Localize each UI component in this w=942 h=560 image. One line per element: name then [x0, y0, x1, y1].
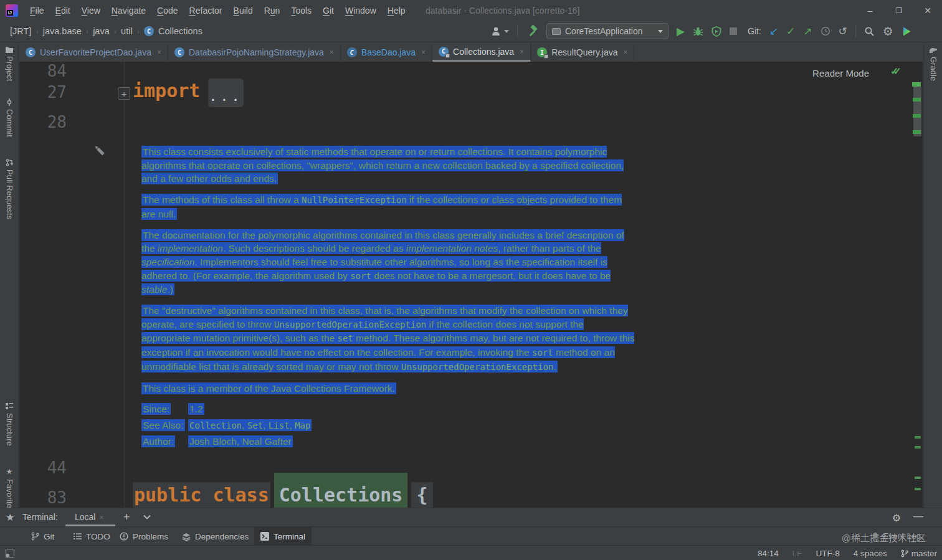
menu-bar-items: FileEditViewNavigateCodeRefactorBuildRun… [24, 6, 411, 16]
tab-collections-java[interactable]: CCollections.java× [432, 43, 531, 62]
chevron-down-icon [658, 30, 663, 33]
build-hammer-icon[interactable] [526, 25, 538, 37]
settings-gear-icon[interactable]: ⚙ [883, 26, 893, 37]
run-config-icon [552, 28, 561, 35]
sidebar-item-gradle[interactable]: Gradle [924, 47, 942, 81]
git-commit-check-icon[interactable]: ✓ [786, 26, 795, 37]
git-history-clock-icon[interactable] [821, 26, 830, 36]
tool-button-terminal[interactable]: Terminal [254, 527, 312, 546]
close-icon[interactable]: × [421, 48, 426, 57]
toolbox-icon[interactable] [902, 26, 912, 37]
menu-navigate[interactable]: Navigate [106, 6, 151, 16]
intellij-logo-icon: IJ [6, 4, 18, 17]
sidebar-item-structure[interactable]: Structure [0, 402, 19, 446]
terminal-settings-gear-icon[interactable]: ⚙ [892, 512, 901, 524]
run-button[interactable]: ▶ [677, 26, 685, 37]
class-icon: C [174, 47, 184, 57]
terminal-dropdown-chevron-icon[interactable] [143, 515, 151, 520]
close-icon[interactable]: × [157, 48, 161, 57]
close-icon[interactable]: × [520, 47, 524, 56]
inspections-ok-icon[interactable]: ✓✓ [890, 65, 909, 77]
tool-button-todo[interactable]: TODO [67, 527, 117, 546]
breadcrumb-item[interactable]: java.base [43, 26, 82, 36]
breadcrumb-item[interactable]: java [93, 26, 110, 36]
doc-field-label: Author: [141, 435, 175, 447]
fold-expand-icon[interactable]: + [118, 87, 130, 100]
tab-label: BaseDao.java [361, 47, 416, 57]
breadcrumb-item[interactable]: [JRT] [10, 26, 31, 36]
class-icon: C [26, 47, 36, 57]
sidebar-item-favorites[interactable]: ★ Favorites [0, 467, 19, 512]
menu-help[interactable]: Help [382, 6, 411, 16]
editor-tab-bar: CUserFavoriteProjectDao.java×CDatabasirP… [19, 43, 923, 62]
run-config-name: CoreTestApplication [565, 26, 643, 36]
breadcrumb-item[interactable]: Collections [158, 26, 202, 36]
caret-position[interactable]: 84:14 [758, 549, 779, 558]
todo-list-icon [74, 533, 82, 540]
menu-build[interactable]: Build [228, 6, 259, 16]
tab-databasirpojonamingstrategy-java[interactable]: CDatabasirPojoNamingStrategy.java× [168, 43, 341, 62]
scrollbar-marker [915, 488, 921, 490]
sidebar-item-pull-requests[interactable]: Pull Requests [0, 159, 19, 219]
tool-button-problems[interactable]: Problems [113, 527, 174, 546]
interface-icon: I [537, 47, 547, 57]
tool-window-switcher-icon[interactable] [6, 549, 14, 558]
favorites-star-icon[interactable]: ★ [6, 511, 14, 523]
reader-mode-label[interactable]: Reader Mode [812, 68, 869, 78]
menu-edit[interactable]: Edit [50, 6, 76, 16]
terminal-tab-local[interactable]: Local× [75, 512, 103, 522]
run-configuration-select[interactable]: CoreTestApplication [546, 23, 668, 39]
close-icon[interactable]: × [99, 513, 103, 522]
rollback-icon[interactable]: ↺ [839, 26, 847, 37]
problems-icon [120, 532, 128, 541]
tool-button-git[interactable]: Git [25, 527, 60, 546]
breadcrumb-separator: › [36, 27, 38, 36]
window-controls: – ❐ ✕ [856, 0, 942, 21]
menu-git[interactable]: Git [317, 6, 340, 16]
line-number: 44 [19, 458, 67, 477]
terminal-minimize-icon[interactable]: — [913, 511, 923, 522]
breadcrumb-separator: › [114, 27, 117, 36]
minimize-button[interactable]: – [856, 0, 885, 21]
left-tool-stripe: Project Commit Pull Requests Structure ★… [0, 42, 19, 526]
menu-tools[interactable]: Tools [285, 6, 317, 16]
doc-field-value: 1.2 [188, 402, 204, 416]
editor-pane[interactable]: 27 28 44 83 84 + import ... This class c… [19, 62, 923, 508]
folded-imports-placeholder[interactable]: ... [208, 78, 244, 107]
tool-button-dependencies[interactable]: Dependencies [176, 527, 255, 546]
toolbar-divider [855, 25, 856, 37]
new-terminal-tab-button[interactable]: + [123, 511, 130, 524]
menu-file[interactable]: File [24, 6, 50, 16]
doc-field-since: Since:1.2 [141, 402, 635, 419]
scrollbar-marker [912, 82, 921, 87]
line-separator-indicator[interactable]: LF [792, 549, 802, 558]
maximize-button[interactable]: ❐ [885, 0, 913, 21]
git-update-icon[interactable]: ↙ [769, 26, 778, 37]
menu-code[interactable]: Code [151, 6, 183, 16]
close-icon[interactable]: × [623, 48, 627, 57]
dependencies-layers-icon [182, 533, 191, 541]
menu-view[interactable]: View [76, 6, 106, 16]
file-encoding-indicator[interactable]: UTF-8 [816, 549, 839, 558]
menu-window[interactable]: Window [340, 6, 382, 16]
breadcrumb-item[interactable]: util [121, 26, 133, 36]
menu-run[interactable]: Run [259, 6, 286, 16]
stop-button[interactable] [730, 27, 737, 35]
indent-indicator[interactable]: 4 spaces [854, 549, 887, 558]
user-account-icon[interactable] [491, 26, 509, 36]
git-push-icon[interactable]: ↗ [803, 26, 812, 37]
close-icon[interactable]: × [330, 48, 334, 57]
git-branch-widget[interactable]: master [901, 549, 937, 558]
sidebar-item-commit[interactable]: Commit [0, 98, 19, 137]
menu-refactor[interactable]: Refactor [184, 6, 228, 16]
close-button[interactable]: ✕ [913, 0, 942, 21]
sidebar-item-project[interactable]: Project [0, 46, 19, 81]
run-with-coverage-button[interactable] [711, 26, 721, 37]
tab-userfavoriteprojectdao-java[interactable]: CUserFavoriteProjectDao.java× [19, 43, 168, 62]
tab-resultquery-java[interactable]: IResultQuery.java× [531, 43, 634, 62]
search-icon[interactable] [864, 26, 875, 37]
edit-pencil-icon[interactable] [90, 140, 109, 159]
scrollbar-thumb[interactable] [913, 87, 921, 136]
tab-basedao-java[interactable]: CBaseDao.java× [341, 43, 432, 62]
debug-button[interactable] [693, 26, 703, 37]
